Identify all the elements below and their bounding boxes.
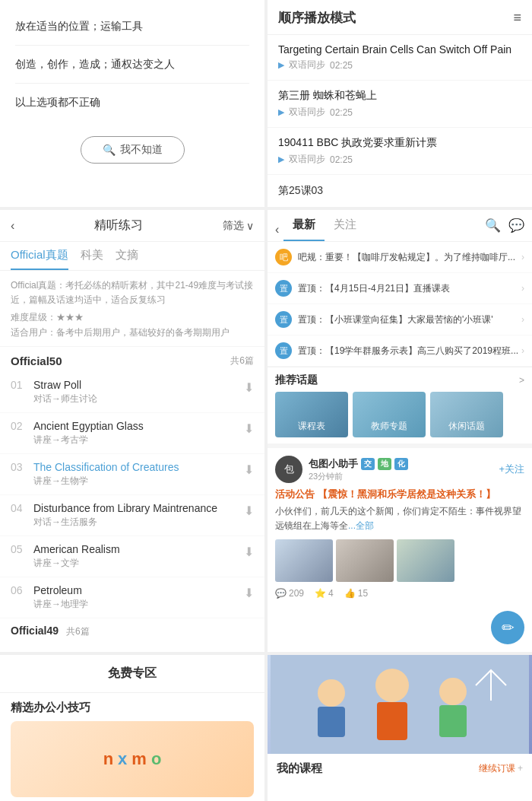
download-icon-4[interactable]: ⬇ — [244, 543, 254, 559]
chevron-icon-2: › — [521, 314, 524, 325]
track-name-0: Straw Poll — [33, 379, 97, 391]
post-meta: 包图小助手 交 地 化 23分钟前 — [309, 457, 492, 482]
quiz-option-3[interactable]: 以上选项都不正确 — [15, 84, 249, 121]
read-more-link[interactable]: ...全部 — [348, 520, 374, 531]
free-section-title: 精选办公小技巧 — [0, 693, 264, 721]
download-icon-2[interactable]: ⬇ — [244, 461, 254, 477]
track-type-2: 讲座→生物学 — [33, 475, 179, 488]
listen-description: Official真题：考托必练的精听素材，其中21-49难度与考试接近，篇幅及话… — [0, 271, 264, 347]
comm-notices: 吧 吧规：重要！【咖啡厅发帖规定】。为了维持咖啡厅... › 置 置顶：【4月1… — [268, 242, 532, 367]
course-thumbnail — [268, 655, 532, 754]
download-icon-5[interactable]: ⬇ — [244, 584, 254, 600]
track-item-4[interactable]: 05 American Realism 讲座→文学 ⬇ — [0, 536, 264, 577]
track-type-0: 对话→师生讨论 — [33, 393, 97, 405]
download-icon-3[interactable]: ⬇ — [244, 502, 254, 518]
comment-icon: 💬 — [275, 588, 287, 599]
next-section-footer: Official49 共6篇 — [0, 618, 264, 644]
track-name-1: Ancient Egyptian Glass — [33, 420, 144, 432]
track-type-4: 讲座→文学 — [33, 557, 120, 570]
track-item-2[interactable]: 03 The Classification of Creatures 讲座→生物… — [0, 454, 264, 495]
listen-section-header: Official50 共6篇 — [0, 347, 264, 372]
topic-img-0[interactable]: 课程表 — [275, 392, 348, 437]
notice-icon-3: 置 — [275, 342, 292, 359]
letter-m: m — [131, 749, 147, 769]
fab-compose-button[interactable]: ✏ — [491, 611, 524, 644]
play-icon-0: ▶ — [278, 60, 284, 70]
search-icon: 🔍 — [103, 144, 116, 156]
letter-n: n — [103, 749, 113, 769]
listen-filter-button[interactable]: 筛选 ∨ — [223, 219, 254, 233]
track-item-3[interactable]: 04 Disturbance from Library Maintrenance… — [0, 495, 264, 536]
track-type-5: 讲座→地理学 — [33, 598, 88, 611]
notice-text-2: 置顶：【小班课堂向征集】大家最苦恼的'小班课' — [298, 313, 521, 326]
track-item-0[interactable]: 01 Straw Poll 对话→师生讨论 ⬇ — [0, 372, 264, 413]
seq-item-title-1: 第三册 蜘蛛和苍蝇上 — [278, 89, 521, 103]
download-icon-1[interactable]: ⬇ — [244, 420, 254, 436]
topics-title: 推荐话题 — [275, 373, 318, 387]
chevron-icon-0: › — [521, 252, 524, 262]
seq-item-1[interactable]: 第三册 蜘蛛和苍蝇上 ▶ 双语同步 02:25 — [268, 81, 532, 128]
sequential-panel: 顺序播放模式 ≡ Targeting Certain Brain Cells C… — [268, 0, 532, 207]
mycourse-more-button[interactable]: 继续订课 + — [479, 762, 523, 775]
listen-title: 精听练习 — [94, 218, 143, 234]
seq-item-2[interactable]: 190411 BBC 执政党要求重新计票 ▶ 双语同步 02:25 — [268, 128, 532, 175]
community-header: ‹ 最新 关注 🔍 💬 — [268, 210, 532, 242]
svg-rect-2 — [318, 707, 345, 737]
post-title: 活动公告 【震惊！黑洞和乐学居然是这种关系！】 — [275, 488, 524, 501]
tab-following[interactable]: 关注 — [325, 218, 366, 241]
topic-img-1[interactable]: 教师专题 — [353, 392, 426, 437]
section-count: 共6篇 — [230, 354, 254, 367]
unknown-button[interactable]: 🔍 我不知道 — [81, 136, 185, 164]
community-panel: ‹ 最新 关注 🔍 💬 吧 吧规：重要！【咖啡厅发帖规定】。为了维持咖啡厅...… — [268, 210, 532, 652]
topic-img-2[interactable]: 休闲话题 — [430, 392, 503, 437]
track-type-3: 对话→生活服务 — [33, 516, 217, 529]
letter-display: n x m o — [103, 749, 162, 769]
play-icon-1: ▶ — [278, 107, 284, 117]
post-time: 23分钟前 — [309, 471, 492, 482]
notice-item-3[interactable]: 置 置顶：【19学年群服务示表】高三八购买了2019程班... › — [268, 335, 532, 367]
seq-item-0[interactable]: Targeting Certain Brain Cells Can Switch… — [268, 35, 532, 81]
seq-mode-icon[interactable]: ≡ — [513, 10, 521, 26]
notice-item-0[interactable]: 吧 吧规：重要！【咖啡厅发帖规定】。为了维持咖啡厅... › — [268, 242, 532, 273]
track-item-1[interactable]: 02 Ancient Egyptian Glass 讲座→考古学 ⬇ — [0, 413, 264, 454]
community-post: 包 包图小助手 交 地 化 23分钟前 +关注 活动公告 【震惊！黑洞和乐学居然… — [268, 443, 532, 606]
notice-text-3: 置顶：【19学年群服务示表】高三八购买了2019程班... — [298, 345, 521, 358]
like-icon: 👍 — [344, 588, 356, 599]
comm-tabs: 最新 关注 — [283, 218, 485, 241]
svg-rect-6 — [439, 705, 467, 737]
notice-icon-2: 置 — [275, 311, 292, 328]
notice-text-1: 置顶：【4月15日-4月21日】直播课表 — [298, 282, 521, 295]
tab-latest[interactable]: 最新 — [283, 218, 325, 241]
mycourse-header-row: 我的课程 继续订课 + — [277, 761, 523, 776]
play-icon-2: ▶ — [278, 154, 284, 164]
comm-back-button[interactable]: ‹ — [275, 223, 279, 237]
seq-item-title-0: Targeting Certain Brain Cells Can Switch… — [278, 43, 521, 56]
post-footer: 💬 209 ⭐ 4 👍 15 — [275, 588, 524, 599]
track-item-5[interactable]: 06 Petroleum 讲座→地理学 ⬇ — [0, 577, 264, 618]
svg-point-3 — [375, 669, 409, 702]
tab-science[interactable]: 科美 — [81, 248, 103, 270]
tab-official[interactable]: Official真题 — [11, 248, 68, 270]
follow-button[interactable]: +关注 — [499, 462, 524, 476]
download-icon-0[interactable]: ⬇ — [244, 379, 254, 395]
search-icon[interactable]: 🔍 — [485, 218, 501, 234]
quiz-option-1[interactable]: 放在适当的位置；运输工具 — [15, 8, 249, 46]
notice-icon-1: 置 — [275, 280, 292, 297]
tab-digest[interactable]: 文摘 — [116, 248, 138, 270]
svg-point-5 — [439, 678, 467, 705]
notice-item-2[interactable]: 置 置顶：【小班课堂向征集】大家最苦恼的'小班课' › — [268, 304, 532, 335]
listen-back-button[interactable]: ‹ — [11, 219, 14, 233]
free-thumb-image: n x m o — [11, 721, 254, 797]
notice-text-0: 吧规：重要！【咖啡厅发帖规定】。为了维持咖啡厅... — [298, 251, 521, 264]
quiz-option-2[interactable]: 创造，创作，造成；通权达变之人 — [15, 46, 249, 84]
topics-more[interactable]: > — [519, 375, 524, 386]
free-zone-panel: 免费专区 精选办公小技巧 n x m o — [0, 655, 264, 801]
track-type-1: 讲座→考古学 — [33, 434, 144, 447]
message-icon[interactable]: 💬 — [508, 218, 524, 234]
listen-panel: ‹ 精听练习 筛选 ∨ Official真题 科美 文摘 Official真题：… — [0, 210, 264, 652]
svg-point-1 — [318, 679, 345, 707]
free-zone-header: 免费专区 — [0, 655, 264, 693]
notice-item-1[interactable]: 置 置顶：【4月15日-4月21日】直播课表 › — [268, 273, 532, 304]
like-count: 👍 15 — [344, 588, 368, 599]
quiz-options: 放在适当的位置；运输工具 创造，创作，造成；通权达变之人 以上选项都不正确 — [0, 0, 264, 129]
